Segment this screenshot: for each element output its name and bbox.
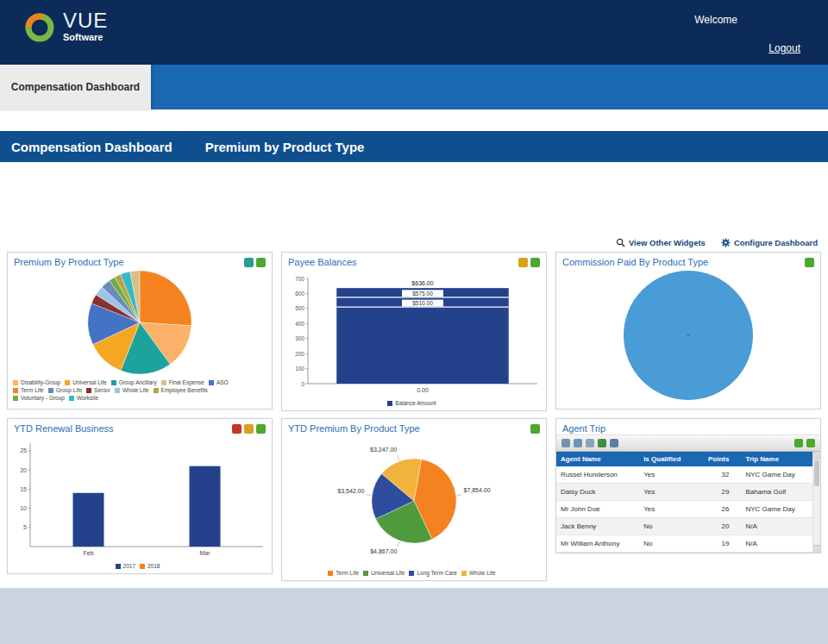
table-cell: Mr William Anthony [556,535,639,553]
widget-icons [232,424,266,434]
table-cell: Jack Benny [556,518,639,535]
legend-item: 2018 [140,563,160,569]
brand-subtitle: Software [63,32,108,42]
filter-icon[interactable] [244,424,254,434]
welcome-text: Welcome [694,14,737,26]
app-header: VUE Software Welcome Logout [0,0,828,65]
table-cell: 32 [695,466,741,484]
widget-icons [530,424,540,434]
excel-export-icon[interactable] [598,439,606,447]
widget-payee-balances: Payee Balances 0100200300400500600700$63… [281,252,547,411]
widget-title: Payee Balances [288,257,357,267]
widget-commission-paid: Commission Paid By Product Type [555,252,821,410]
widget-icons [518,258,540,267]
export-pdf-icon[interactable] [232,424,242,434]
scroll-thumb[interactable] [814,460,819,486]
refresh-icon[interactable] [805,258,814,267]
chart-options-icon[interactable] [244,258,254,267]
filter-icon[interactable] [518,258,528,267]
title-bar: Compensation Dashboard Premium by Produc… [0,131,828,162]
table-row[interactable]: Mr John DoeYes26NYC Game Day [556,501,812,518]
refresh-icon[interactable] [256,424,266,434]
table-cell: No [639,535,695,553]
save-icon[interactable] [586,439,594,447]
menu-compensation-dashboard[interactable]: Compensation Dashboard [11,140,172,154]
table-cell: 26 [695,501,741,518]
premium-pie-chart [8,268,272,377]
renewal-legend: 20172018 [8,560,272,573]
widget-title: Commission Paid By Product Type [562,257,708,267]
table-row[interactable]: Jack BennyNo20N/A [556,518,812,535]
view-other-widgets-button[interactable]: View Other Widgets [616,238,706,247]
premium_by_product_type-svg [8,268,272,377]
svg-text:0: 0 [301,381,304,387]
table-row[interactable]: Russel HundersonYes32NYC Game Day [556,466,812,484]
widget-ytd-renewal-business: YTD Renewal Business 510152025FebMar 201… [7,418,273,574]
dashboard-actions: View Other Widgets Configure Dashboard [0,162,828,252]
legend-item: Group Ancillary [111,379,157,385]
svg-text:Feb: Feb [83,550,93,556]
maximize-icon[interactable] [806,439,815,447]
table-scrollbar[interactable] [812,452,820,553]
widget-premium-by-product-type: Premium By Product Type Disability-Group… [7,252,273,410]
svg-text:10: 10 [20,505,27,511]
configure-dashboard-label: Configure Dashboard [734,238,818,247]
download-icon[interactable] [794,439,803,447]
legend-item: Disability-Group [13,379,60,385]
svg-text:$636.00: $636.00 [411,280,433,286]
print-icon[interactable] [610,439,618,447]
tab-compensation-dashboard[interactable]: Compensation Dashboard [0,65,151,109]
table-cell: 20 [695,518,741,535]
svg-text:20: 20 [20,467,27,473]
refresh-icon[interactable] [530,258,540,267]
logout-link[interactable]: Logout [768,42,800,54]
table-cell: 29 [695,484,741,501]
table-cell: Yes [639,484,695,501]
svg-text:300: 300 [295,335,304,341]
svg-text:Mar: Mar [199,550,210,556]
table-cell: N/A [741,535,812,553]
legend-item: Universal Life [65,379,106,385]
column-header[interactable]: Trip Name [741,452,812,466]
svg-text:$3,247.00: $3,247.00 [370,447,397,453]
column-header[interactable]: Points [695,452,741,466]
legend-item: Balance Amount [387,400,436,406]
column-header[interactable]: Agent Name [556,452,639,466]
table-row[interactable]: Mr William AnthonyNo19N/A [556,535,812,553]
ytd-premium-pie-chart: $7,854.00$4,867.00$3,542.00$3,247.00 [282,435,546,567]
table-cell: Daisy Duck [556,484,639,501]
table-cell: Russel Hunderson [556,466,639,484]
svg-text:500: 500 [295,305,304,311]
toolbar-left-icons [561,439,618,447]
ytd-premium-legend: Term LifeUniversal LifeLong Term CareWho… [282,567,546,580]
configure-dashboard-button[interactable]: Configure Dashboard [721,238,818,247]
widget-icons [244,258,266,267]
svg-text:$510.00: $510.00 [412,300,433,306]
legend-item: Senior [86,387,110,393]
gear-icon [721,238,731,247]
svg-text:400: 400 [295,321,304,327]
svg-text:600: 600 [295,291,304,297]
legend-item: Term Life [13,387,44,393]
refresh-icon[interactable] [530,424,540,434]
menu-premium-by-product-type[interactable]: Premium by Product Type [205,140,365,154]
legend-item: Worksite [69,395,98,401]
column-header[interactable]: Is Qualified [639,452,695,466]
ytd_renewal_business-svg: 510152025FebMar [8,435,272,560]
commission-pie-chart [556,268,820,403]
vue-software-logo: VUE Software [22,10,108,45]
legend-item: Group Life [48,387,82,393]
scroll-up-arrow[interactable] [813,452,820,460]
toolbar-right-icons [794,439,815,447]
widget-icons [805,258,814,267]
legend-item: Whole Life [461,570,496,576]
legend-item: 2017 [116,563,135,569]
scroll-down-arrow[interactable] [813,545,820,553]
export-icon[interactable] [574,439,582,447]
refresh-icon[interactable] [561,439,570,447]
agent-trip-table: Agent NameIs QualifiedPointsTrip NameRus… [556,452,812,553]
table-row[interactable]: Daisy DuckYes29Bahama Golf [556,484,812,501]
refresh-icon[interactable] [256,258,266,267]
table-cell: Bahama Golf [741,484,812,501]
table-cell: Mr John Doe [556,501,639,518]
